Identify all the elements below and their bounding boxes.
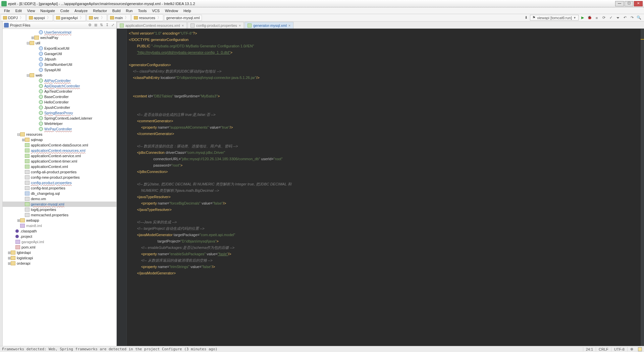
tree-twisty-icon[interactable]: ⊞	[17, 218, 20, 223]
tree-twisty-icon[interactable]: ⊞	[31, 36, 34, 40]
editor-gutter[interactable]	[117, 29, 127, 346]
tree-node[interactable]: GarageUtil	[3, 51, 116, 56]
tree-node[interactable]: log4j.properties	[3, 207, 116, 212]
minimize-button[interactable]: —	[615, 1, 624, 6]
tree-node[interactable]: ⊞wechatPay	[3, 35, 116, 40]
editor[interactable]: <?xml version="1.0" encoding="UTF-8"?> <…	[127, 29, 641, 346]
back-icon[interactable]: ↶	[622, 15, 628, 21]
tree-node[interactable]: db_changelog.sql	[3, 191, 116, 196]
tree-node[interactable]: ⊞logisticapi	[3, 255, 116, 261]
tree-node[interactable]: applicationContext-dataSource.xml	[3, 142, 116, 148]
search-icon[interactable]: 🔍	[636, 15, 642, 21]
tree-node[interactable]: .project	[3, 234, 116, 239]
project-tree[interactable]: UserServiceImpl⊞wechatPay⊟utilExportExce…	[3, 29, 116, 346]
close-icon[interactable]: ×	[182, 24, 184, 28]
tree-node[interactable]: memcached.properties	[3, 212, 116, 218]
tree-node[interactable]: BaseController	[3, 94, 116, 99]
expand-icon[interactable]: ⊞	[93, 23, 98, 28]
project-view-label[interactable]: Project Files	[10, 23, 87, 27]
debug-button[interactable]: 🐞	[587, 15, 593, 21]
tree-twisty-icon[interactable]: ⊟	[26, 73, 30, 78]
tree-twisty-icon[interactable]: ⊞	[21, 138, 25, 142]
tree-node[interactable]: WebHelper	[3, 121, 116, 126]
tab-generator-mysql[interactable]: generator-mysql.xml×	[245, 22, 293, 29]
tree-node[interactable]: ⊟util	[3, 40, 116, 46]
forward-icon[interactable]: ↷	[629, 15, 635, 21]
menu-code[interactable]: Code	[58, 8, 72, 13]
gear-icon[interactable]: ⚙	[88, 23, 92, 28]
tree-node[interactable]: demo.vm	[3, 196, 116, 202]
tree-node[interactable]: config-test.properties	[3, 185, 116, 191]
menu-help[interactable]: Help	[181, 8, 194, 13]
menu-file[interactable]: File	[1, 8, 13, 13]
tree-twisty-icon[interactable]: ⊟	[17, 132, 20, 137]
menu-window[interactable]: Window	[162, 8, 181, 13]
tree-node[interactable]: applicationContext-timer.xml	[3, 159, 116, 164]
status-message[interactable]: Frameworks detected: Web, Spring framewo…	[2, 347, 583, 351]
caret-position[interactable]: 24:1	[583, 347, 596, 351]
tree-node[interactable]: config-product.properties	[3, 180, 116, 185]
tree-node[interactable]: ⊞lgbirdapi	[3, 250, 116, 255]
maximize-button[interactable]: ☐	[625, 1, 633, 6]
file-encoding[interactable]: UTF-8	[611, 347, 627, 351]
tree-node[interactable]: AliPayController	[3, 78, 116, 83]
tree-node[interactable]: ⊟resources	[3, 132, 116, 137]
run-config-selector[interactable]: ⚑viewapi [tomcat6:run]▼	[530, 15, 579, 20]
vcs-commit-icon[interactable]: ✓	[608, 15, 614, 21]
tree-node[interactable]: applicationContext.xml	[3, 164, 116, 169]
insert-mode[interactable]: ⊕	[627, 347, 636, 351]
make-project-icon[interactable]: ⬇	[523, 15, 529, 21]
tree-node[interactable]: applicationContext-resources.xml	[3, 148, 116, 153]
tree-node[interactable]: JpushController	[3, 105, 116, 110]
crumb-root[interactable]: DDPJ	[1, 14, 26, 21]
tree-node[interactable]: ⊟web	[3, 73, 116, 78]
tree-node[interactable]: config-ali-product.properties	[3, 169, 116, 175]
menu-run[interactable]: Run	[123, 8, 135, 13]
close-button[interactable]: ✕	[634, 1, 643, 6]
crumb-file[interactable]: generator-mysql.xml	[164, 15, 202, 21]
menu-build[interactable]: Build	[110, 8, 123, 13]
crumb[interactable]: garageApi	[54, 14, 86, 21]
tree-node[interactable]: main8.iml	[3, 223, 116, 228]
menu-tools[interactable]: Tools	[135, 8, 149, 13]
tree-node[interactable]: Jdpush	[3, 56, 116, 62]
tree-node[interactable]: HelloController	[3, 99, 116, 105]
tree-node[interactable]: ApiTestController	[3, 89, 116, 94]
tree-node[interactable]: generator-mysql.xml	[3, 202, 116, 207]
tree-node[interactable]: applicationContext-service.xml	[3, 153, 116, 159]
menu-analyze[interactable]: Analyze	[72, 8, 90, 13]
collapse-icon[interactable]: ⇅	[99, 23, 104, 28]
menu-navigate[interactable]: Navigate	[38, 8, 57, 13]
warning-marker[interactable]	[641, 39, 644, 40]
tree-twisty-icon[interactable]: ⊞	[7, 251, 11, 255]
overview-ruler[interactable]	[641, 29, 644, 346]
tree-node[interactable]: SpringContextLoaderListener	[3, 116, 116, 121]
tree-node[interactable]: ⊞sqlmap	[3, 137, 116, 142]
hide-icon[interactable]: ⤢	[110, 23, 115, 28]
tree-node[interactable]: config-new-product.properties	[3, 175, 116, 180]
menu-refactor[interactable]: Refactor	[90, 8, 110, 13]
tree-node[interactable]: garageApi.iml	[3, 239, 116, 245]
tree-node[interactable]: SysapiUtil	[3, 67, 116, 73]
close-icon[interactable]: ×	[239, 24, 241, 28]
vcs-update-icon[interactable]: ⟳	[601, 15, 607, 21]
tree-node[interactable]: pom.xml	[3, 245, 116, 250]
vcs-history-icon[interactable]: ⏷	[615, 15, 621, 21]
tree-node[interactable]: SerialNumberUtil	[3, 62, 116, 67]
line-separator[interactable]: CRLF	[596, 347, 611, 351]
crumb[interactable]: src	[87, 14, 107, 21]
tab-applicationcontext-resources[interactable]: applicationContext-resources.xml×	[117, 22, 187, 29]
tree-node[interactable]: .classpath	[3, 228, 116, 234]
menu-view[interactable]: View	[24, 8, 38, 13]
tree-node[interactable]: ⊞webapp	[3, 218, 116, 223]
tree-twisty-icon[interactable]: ⊟	[26, 41, 30, 45]
scroll-from-icon[interactable]: ↧	[105, 23, 109, 28]
crumb[interactable]: appapi	[26, 14, 53, 21]
lock-icon[interactable]	[638, 347, 642, 351]
tree-node[interactable]: SpringBeanProxy	[3, 110, 116, 116]
tree-twisty-icon[interactable]: ⊞	[7, 261, 11, 266]
tree-node[interactable]: WxPayController	[3, 126, 116, 132]
menu-edit[interactable]: Edit	[13, 8, 24, 13]
tree-node[interactable]: ⊞orderapi	[3, 261, 116, 266]
crumb[interactable]: main	[108, 14, 131, 21]
